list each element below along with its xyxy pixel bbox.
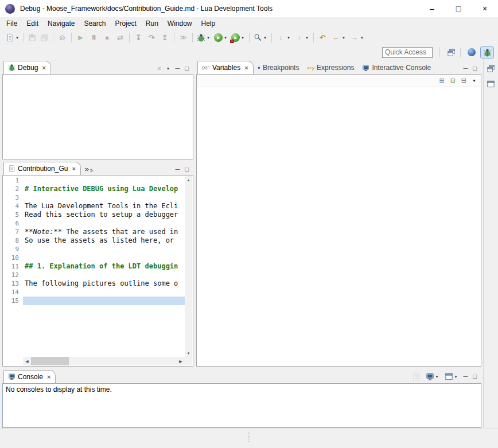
tab-breakpoints[interactable]: ● Breakpoints — [254, 61, 304, 74]
show-type-names-icon[interactable]: ⊞ — [439, 77, 444, 84]
minimize-view-icon[interactable]: ─ — [176, 65, 180, 72]
close-icon[interactable]: × — [47, 373, 50, 380]
open-console-button[interactable]: ▾ — [445, 372, 458, 381]
show-logical-structures-icon[interactable]: ⊡ — [450, 77, 456, 84]
view-menu-icon[interactable]: ▼ — [166, 67, 170, 71]
tab-expressions[interactable]: x+y Expressions — [303, 61, 358, 74]
horizontal-scrollbar[interactable]: ◄ ► — [23, 357, 185, 365]
remove-terminated-icon[interactable]: × — [157, 65, 161, 72]
chevron-down-icon[interactable]: ▾ — [454, 375, 458, 379]
chevron-down-icon[interactable]: ▾ — [286, 36, 291, 40]
step-return-icon: ↥ — [160, 33, 170, 42]
tab-debug[interactable]: Debug × — [3, 61, 51, 74]
window-maximize-button[interactable]: □ — [445, 0, 472, 17]
toolbar-separator — [313, 33, 314, 42]
search-button[interactable]: ▾ — [252, 32, 269, 44]
minimize-view-icon[interactable]: ─ — [176, 166, 180, 173]
minimize-view-icon[interactable]: ─ — [464, 65, 468, 72]
toolbox-icon — [230, 40, 234, 43]
open-perspective-button[interactable] — [444, 46, 458, 59]
chevron-down-icon[interactable]: ▾ — [305, 36, 309, 40]
next-annotation-button[interactable]: ↓ ▾ — [274, 32, 293, 44]
scroll-down-icon[interactable]: ▼ — [185, 349, 192, 357]
scroll-up-icon[interactable]: ▲ — [185, 176, 192, 184]
ldt-perspective-button[interactable] — [465, 46, 478, 59]
chevron-down-icon[interactable]: ▾ — [360, 36, 364, 40]
tab-console[interactable]: Console × — [3, 370, 56, 383]
console-view: Console × ▾ ▾ ─ □ No consoles to display… — [2, 370, 481, 428]
maximize-view-icon[interactable]: □ — [185, 166, 189, 173]
open-console-icon — [445, 372, 453, 381]
suspend-button[interactable]: Ⅱ — [87, 32, 100, 44]
menu-file[interactable]: File — [2, 18, 22, 29]
toolbar-separator — [271, 33, 272, 42]
menu-project[interactable]: Project — [110, 18, 141, 29]
code-line — [23, 254, 185, 262]
run-button[interactable]: ▶ ▾ — [212, 32, 229, 44]
code-area[interactable]: # Interactive DEBUG using Lua Develop Th… — [23, 176, 185, 357]
resume-button[interactable]: ▶ — [74, 32, 87, 44]
menu-help[interactable]: Help — [197, 18, 220, 29]
chevron-down-icon[interactable]: ▾ — [223, 36, 228, 40]
chevron-down-icon[interactable]: ▾ — [240, 36, 245, 40]
console-content[interactable]: No consoles to display at this time. — [2, 383, 481, 428]
menu-edit[interactable]: Edit — [22, 18, 43, 29]
new-button[interactable]: ▾ — [4, 32, 21, 44]
tab-interactive-console[interactable]: Interactive Console — [358, 61, 435, 74]
terminate-button[interactable]: ■ — [100, 32, 114, 44]
step-over-button[interactable]: ↷ — [145, 32, 158, 44]
maximize-view-icon[interactable]: □ — [473, 65, 477, 72]
vertical-scrollbar[interactable]: ▲ ▼ — [185, 176, 192, 357]
new-console-icon[interactable] — [412, 372, 421, 381]
chevron-down-icon[interactable]: ▾ — [341, 36, 346, 40]
step-into-button[interactable]: ↧ — [132, 32, 145, 44]
external-tools-button[interactable]: ▶ ▾ — [229, 32, 247, 44]
display-console-button[interactable]: ▾ — [426, 372, 439, 381]
chevron-down-icon[interactable]: ▾ — [263, 36, 267, 40]
save-all-button[interactable] — [38, 32, 50, 44]
menu-search[interactable]: Search — [79, 18, 110, 29]
close-icon[interactable]: × — [244, 64, 248, 71]
window-close-button[interactable]: × — [472, 0, 498, 17]
minimized-view-icon[interactable] — [487, 80, 495, 88]
tab-variables[interactable]: (x)= Variables × — [197, 61, 254, 74]
minimize-view-icon[interactable]: ─ — [464, 373, 468, 380]
scrollbar-thumb[interactable] — [31, 357, 69, 365]
menu-navigate[interactable]: Navigate — [43, 18, 79, 29]
use-step-filters-button[interactable]: ≫ — [177, 32, 190, 44]
variables-view-content[interactable]: ⊞ ⊡ ⊟ ▼ — [196, 74, 481, 367]
quick-access-input[interactable] — [382, 47, 433, 58]
debug-perspective-button[interactable] — [480, 46, 494, 59]
last-edit-location-button[interactable]: ↶ — [316, 32, 329, 44]
maximize-view-icon[interactable]: □ — [473, 373, 477, 380]
back-button[interactable]: ← ▾ — [329, 32, 348, 44]
close-icon[interactable]: × — [42, 64, 45, 71]
debug-view-content[interactable] — [2, 74, 193, 159]
menu-window[interactable]: Window — [163, 18, 197, 29]
chevron-down-icon[interactable]: ▾ — [15, 36, 20, 40]
restore-views-icon[interactable] — [487, 64, 495, 73]
variables-icon: (x)= — [202, 65, 210, 70]
resize-grip[interactable]: ⋮ ⋮ — [246, 431, 252, 442]
editor-gutter[interactable]: 1 2 3 4 5 6 7 8 9 10 11 12 13 14 15 — [3, 176, 23, 357]
previous-annotation-button[interactable]: ↑ ▾ — [293, 32, 311, 44]
maximize-view-icon[interactable]: □ — [185, 65, 189, 72]
chevron-down-icon[interactable]: ▾ — [206, 36, 211, 40]
forward-button[interactable]: → ▾ — [348, 32, 366, 44]
debug-button[interactable]: ▾ — [195, 32, 212, 44]
chevron-down-icon[interactable]: ▾ — [435, 375, 439, 379]
scroll-right-icon[interactable]: ► — [177, 359, 185, 364]
display-console-icon — [426, 372, 434, 381]
step-return-button[interactable]: ↥ — [158, 32, 172, 44]
window-minimize-button[interactable]: – — [419, 0, 445, 17]
hidden-editors-chevron[interactable]: » 5 — [81, 162, 97, 175]
view-menu-icon[interactable]: ▼ — [472, 79, 476, 83]
tab-contribution-guide[interactable]: Contribution_Gu × — [3, 162, 81, 175]
skip-breakpoints-button[interactable]: ⊘ — [56, 32, 69, 44]
save-button[interactable] — [26, 32, 38, 44]
menu-run[interactable]: Run — [141, 18, 163, 29]
disconnect-button[interactable]: ⇄ — [114, 32, 127, 44]
close-icon[interactable]: × — [72, 165, 75, 172]
scroll-left-icon[interactable]: ◄ — [23, 359, 31, 364]
collapse-all-icon[interactable]: ⊟ — [461, 77, 466, 84]
